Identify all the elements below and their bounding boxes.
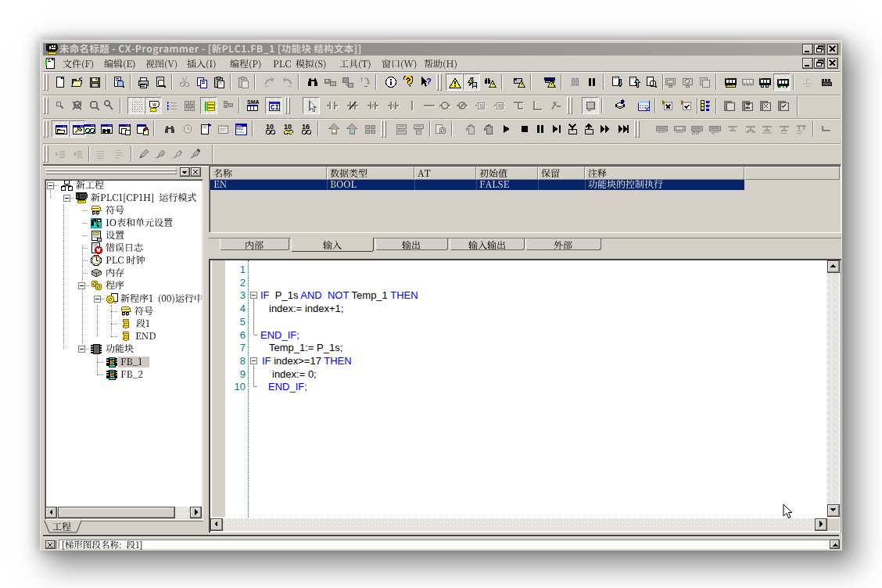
svg-text:SMA: SMA	[247, 99, 259, 105]
svg-text:10: 10	[266, 123, 274, 131]
svg-text:CI: CI	[271, 104, 279, 112]
svg-text:P: P	[371, 102, 375, 109]
svg-text:002: 002	[236, 127, 243, 131]
svg-text:S: S	[110, 371, 114, 377]
svg-text:R: R	[498, 102, 503, 109]
svg-text:w: w	[152, 102, 157, 107]
svg-text:10: 10	[284, 123, 292, 131]
svg-text:S: S	[479, 102, 483, 109]
svg-text:?: ?	[426, 77, 432, 86]
svg-text:N: N	[392, 102, 396, 109]
svg-text:16: 16	[302, 123, 310, 131]
svg-text:S: S	[110, 359, 114, 364]
